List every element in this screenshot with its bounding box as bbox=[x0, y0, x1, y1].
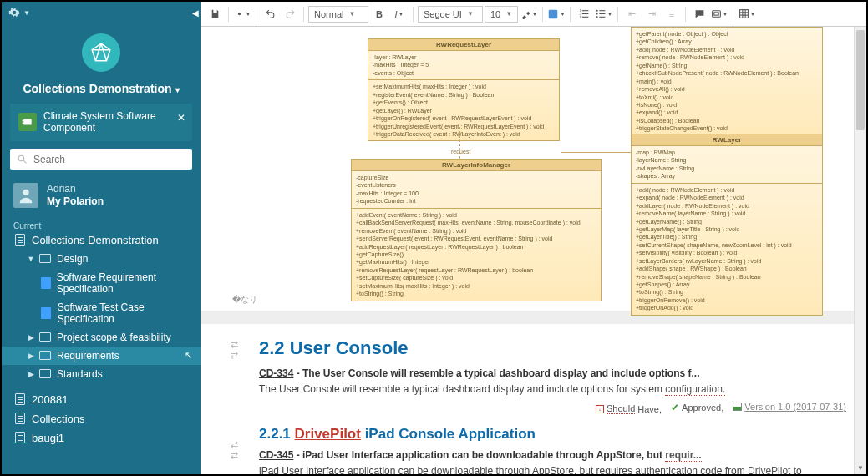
page-icon bbox=[13, 432, 27, 443]
requirement-title: CD-345 - iPad User Interface application… bbox=[259, 449, 846, 461]
svg-point-6 bbox=[237, 13, 240, 15]
chevron-down-icon[interactable]: ▼ bbox=[27, 255, 35, 263]
user-block[interactable]: Adrian My Polarion bbox=[2, 178, 201, 216]
folder-icon bbox=[38, 368, 52, 380]
link-button[interactable]: ▼ bbox=[710, 5, 728, 23]
nav-item-srs[interactable]: Software Requirement Specification bbox=[2, 268, 201, 298]
nav-item-design[interactable]: ▼ Design bbox=[2, 250, 201, 268]
avatar bbox=[13, 183, 38, 208]
cursor-icon: ↖ bbox=[185, 350, 192, 361]
nav-current-label: Current bbox=[2, 218, 201, 230]
context-card-title: Climate System Software Component bbox=[43, 110, 184, 134]
settings-button[interactable]: ▼ bbox=[233, 5, 251, 23]
nav-root[interactable]: Collections Demonstration bbox=[2, 230, 201, 250]
unordered-list-button[interactable]: ▼ bbox=[595, 5, 613, 23]
close-icon[interactable]: ✕ bbox=[177, 112, 185, 124]
save-button[interactable] bbox=[206, 5, 224, 23]
undo-button[interactable] bbox=[261, 5, 279, 23]
page-icon bbox=[13, 393, 27, 405]
ordered-list-button[interactable]: 123 bbox=[575, 5, 593, 23]
project-logo bbox=[82, 33, 120, 72]
uml-class-layerinfomanager[interactable]: RWLayerInfoManager -captureSize-eventLis… bbox=[351, 159, 602, 301]
search-icon bbox=[17, 154, 28, 165]
search-box[interactable] bbox=[10, 149, 192, 170]
uml-connector bbox=[561, 152, 631, 153]
uml-diagram: RWRequestLayer -layer : RWLayer-maxHits … bbox=[201, 27, 866, 311]
uml-class-layer[interactable]: RWLayer -map : RWMap-layerName : String-… bbox=[631, 134, 823, 316]
align-button[interactable]: ≡ bbox=[662, 5, 681, 23]
comment-button[interactable] bbox=[690, 5, 708, 23]
component-icon bbox=[18, 113, 37, 131]
page-icon bbox=[13, 413, 27, 424]
doc-section-2-2: ⇄⇄ 2.2 User Console CD-334 - The User Co… bbox=[201, 324, 866, 474]
resize-handle-icon[interactable]: �なり bbox=[232, 294, 257, 306]
font-family-select[interactable]: Segoe UI▼ bbox=[418, 6, 483, 23]
collapse-sidebar-icon[interactable]: ◀ bbox=[192, 8, 201, 20]
sidebar: ▼ ◀ Collections Demonstration▾ Climate S… bbox=[2, 2, 201, 474]
svg-rect-7 bbox=[549, 9, 558, 18]
svg-rect-13 bbox=[581, 17, 588, 18]
svg-point-3 bbox=[18, 155, 24, 161]
caret-down-icon[interactable]: ▼ bbox=[23, 9, 30, 17]
heading-2-2: 2.2 User Console bbox=[259, 337, 846, 359]
folder-icon bbox=[38, 253, 52, 265]
uml-connector-label: request bbox=[451, 149, 470, 154]
svg-point-14 bbox=[596, 10, 597, 12]
main-area: ▼ Normal▼ B I▼ Segoe UI▼ 10▼ ▼ ▼ 123 ▼ ⇤… bbox=[201, 2, 866, 474]
chevron-right-icon[interactable]: ▶ bbox=[27, 370, 35, 378]
table-button[interactable]: ▼ bbox=[738, 5, 756, 23]
user-name: Adrian bbox=[47, 183, 104, 195]
chevron-right-icon[interactable]: ▶ bbox=[27, 333, 35, 342]
requirement-body: iPad User Interface application can be d… bbox=[259, 464, 846, 474]
nav-extra-collections[interactable]: Collections bbox=[2, 409, 201, 428]
svg-rect-20 bbox=[712, 11, 720, 18]
scroll-down-icon[interactable]: ▼ bbox=[855, 462, 866, 474]
caret-down-icon: ▾ bbox=[175, 85, 180, 94]
indent-button[interactable]: ⇥ bbox=[642, 5, 661, 23]
clear-format-button[interactable]: ▼ bbox=[520, 5, 538, 23]
redo-button[interactable] bbox=[281, 5, 299, 23]
svg-rect-21 bbox=[713, 13, 718, 15]
nav-item-stcs[interactable]: Software Test Case Specification bbox=[2, 298, 201, 328]
nav-extra-baugi1[interactable]: baugi1 bbox=[2, 428, 201, 448]
vertical-scrollbar[interactable]: ▲ ▼ bbox=[854, 27, 866, 474]
svg-line-4 bbox=[23, 160, 26, 163]
uml-class-requestlayer[interactable]: RWRequestLayer -layer : RWLayer-maxHits … bbox=[368, 38, 560, 141]
settings-gear-icon[interactable] bbox=[7, 5, 22, 20]
project-title[interactable]: Collections Demonstration▾ bbox=[2, 78, 201, 104]
heading-2-2-1: 2.2.1 DrivePilot iPad Console Applicatio… bbox=[259, 426, 846, 443]
paragraph-style-select[interactable]: Normal▼ bbox=[308, 6, 368, 23]
italic-button[interactable]: I▼ bbox=[390, 5, 409, 23]
svg-rect-11 bbox=[581, 13, 588, 14]
svg-point-5 bbox=[23, 189, 28, 195]
nav-extra-200881[interactable]: 200881 bbox=[2, 390, 201, 409]
requirement-meta: ↓ Should Have, ✔ Approved, Version 1.0 (… bbox=[259, 402, 846, 414]
outdent-button[interactable]: ⇤ bbox=[622, 5, 641, 23]
nav-item-standards[interactable]: ▶ Standards bbox=[2, 365, 201, 383]
page-icon bbox=[13, 234, 27, 246]
document-scroll-area[interactable]: RWRequestLayer -layer : RWLayer-maxHits … bbox=[201, 27, 866, 474]
gutter-link-icons[interactable]: ⇄⇄ bbox=[231, 339, 238, 361]
nav-item-requirements[interactable]: ▶ Requirements ↖ bbox=[2, 347, 201, 365]
editor-toolbar: ▼ Normal▼ B I▼ Segoe UI▼ 10▼ ▼ ▼ 123 ▼ ⇤… bbox=[201, 2, 866, 27]
uml-class-node[interactable]: +getParent( node : Object ) : Object+get… bbox=[631, 27, 823, 136]
nav-item-scope[interactable]: ▶ Project scope & feasibility bbox=[2, 328, 201, 347]
svg-rect-2 bbox=[23, 123, 24, 124]
svg-rect-19 bbox=[599, 17, 605, 18]
user-home-link[interactable]: My Polarion bbox=[47, 195, 104, 208]
folder-icon bbox=[38, 350, 52, 362]
gutter-link-icons[interactable]: ⇄⇄ bbox=[231, 439, 238, 461]
bold-button[interactable]: B bbox=[370, 5, 388, 23]
requirement-title: CD-334 - The User Console will resemble … bbox=[259, 367, 846, 379]
chevron-right-icon[interactable]: ▶ bbox=[27, 352, 35, 360]
font-size-select[interactable]: 10▼ bbox=[485, 6, 518, 23]
svg-rect-0 bbox=[23, 119, 31, 125]
svg-text:3: 3 bbox=[579, 16, 581, 19]
context-card[interactable]: Climate System Software Component ✕ bbox=[10, 104, 192, 141]
check-icon: ✔ bbox=[671, 402, 679, 413]
document-icon bbox=[40, 277, 52, 289]
folder-icon bbox=[38, 332, 52, 343]
scrollbar-thumb[interactable] bbox=[856, 30, 865, 130]
insert-button[interactable]: ▼ bbox=[547, 5, 566, 23]
search-input[interactable] bbox=[33, 154, 185, 165]
